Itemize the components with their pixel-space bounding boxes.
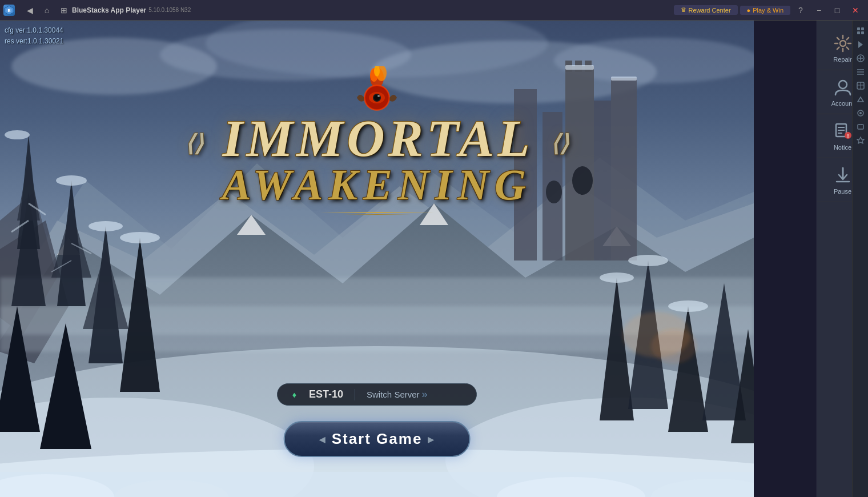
svg-marker-102 (858, 41, 863, 48)
reward-center-label: Reward Center (689, 7, 731, 14)
reward-center-button[interactable]: ♛ Reward Center (674, 5, 738, 15)
game-title-immortal: ⟨⟩ IMMORTAL ⟨⟩ (148, 112, 605, 165)
titlebar-nav: ◀ ⌂ ⊞ (22, 2, 72, 18)
gear-icon (833, 33, 853, 54)
strip-icon-7[interactable] (855, 107, 866, 119)
play-win-label: Play & Win (753, 7, 783, 14)
svg-point-62 (668, 300, 708, 312)
svg-point-56 (5, 130, 30, 139)
strip-icon-1[interactable] (855, 25, 866, 37)
strip-icon-5[interactable] (855, 80, 866, 91)
notice-label: Notice (834, 144, 851, 151)
home-button[interactable]: ⌂ (39, 2, 55, 18)
game-title-awakening: AWAKENING (148, 160, 605, 210)
server-bar: ⬧ EST-10 Switch Server » (277, 383, 477, 406)
pause-label: Pause (834, 188, 851, 195)
switch-server-label: Switch Server (367, 390, 420, 399)
app-version: 5.10.0.1058 N32 (148, 7, 191, 13)
crown-icon: ♛ (681, 6, 686, 14)
svg-point-64 (651, 329, 697, 363)
account-label: Account (831, 100, 854, 107)
arrow-right-icon: » (422, 388, 428, 400)
svg-line-85 (837, 38, 839, 40)
svg-rect-100 (857, 31, 860, 34)
strip-icon-8[interactable] (855, 121, 866, 133)
server-name: EST-10 (309, 388, 343, 400)
back-button[interactable]: ◀ (22, 2, 38, 18)
svg-point-89 (839, 81, 847, 89)
svg-rect-98 (857, 27, 860, 30)
svg-rect-114 (858, 125, 863, 129)
far-right-strip (852, 21, 868, 497)
svg-rect-27 (611, 77, 637, 81)
svg-marker-117 (857, 137, 864, 143)
game-logo: ⟨⟩ IMMORTAL ⟨⟩ AWAKENING (148, 66, 605, 215)
play-win-button[interactable]: ● Play & Win (740, 6, 790, 15)
coin-icon: ● (747, 7, 751, 14)
res-version: res ver:1.0.1.30021 (5, 36, 63, 47)
help-button[interactable]: ? (793, 2, 809, 18)
strip-icon-9[interactable] (855, 135, 866, 146)
svg-point-57 (56, 175, 87, 186)
start-game-button[interactable]: ◂ Start Game ▸ (284, 421, 471, 457)
svg-rect-99 (861, 27, 864, 30)
start-game-label: Start Game (332, 430, 423, 448)
game-area: cfg ver:1.0.1.30044 res ver:1.0.1.30021 (0, 21, 754, 497)
notice-icon: ! (833, 121, 853, 142)
bookmark-button[interactable]: ⊞ (56, 2, 72, 18)
svg-point-59 (120, 232, 160, 243)
server-diamond-icon: ⬧ (291, 388, 298, 400)
strip-icon-4[interactable] (855, 66, 866, 78)
svg-point-58 (89, 221, 123, 231)
bluestacks-logo: B (3, 5, 15, 16)
svg-point-61 (628, 255, 668, 266)
cfg-version: cfg ver:1.0.1.30044 (5, 25, 63, 36)
strip-icon-6[interactable] (855, 94, 866, 105)
svg-point-60 (600, 272, 634, 283)
svg-point-78 (377, 95, 380, 97)
start-game-arrow-right: ▸ (428, 432, 435, 446)
repair-label: Repair (833, 56, 851, 63)
account-icon (833, 77, 853, 98)
server-divider (355, 389, 355, 400)
app-name: BlueStacks App Player (72, 6, 146, 14)
svg-point-113 (859, 112, 862, 114)
maximize-button[interactable]: □ (829, 2, 845, 18)
switch-server-button[interactable]: Switch Server » (367, 388, 428, 400)
start-game-arrow-left: ◂ (319, 432, 326, 446)
svg-line-86 (846, 47, 849, 50)
strip-icon-3[interactable] (855, 53, 866, 64)
minimize-button[interactable]: − (811, 2, 827, 18)
version-info: cfg ver:1.0.1.30044 res ver:1.0.1.30021 (5, 25, 63, 47)
svg-rect-101 (861, 31, 864, 34)
titlebar: B ◀ ⌂ ⊞ BlueStacks App Player 5.10.0.105… (0, 0, 868, 21)
svg-text:!: ! (847, 133, 849, 139)
svg-line-88 (837, 47, 839, 50)
svg-point-80 (840, 41, 846, 46)
svg-text:B: B (7, 9, 10, 13)
strip-icon-2[interactable] (855, 39, 866, 50)
svg-rect-20 (611, 78, 637, 260)
svg-line-87 (846, 38, 849, 40)
close-button[interactable]: ✕ (847, 2, 863, 18)
titlebar-controls: ♛ Reward Center ● Play & Win ? − □ ✕ (674, 2, 868, 18)
pause-icon (833, 165, 853, 186)
